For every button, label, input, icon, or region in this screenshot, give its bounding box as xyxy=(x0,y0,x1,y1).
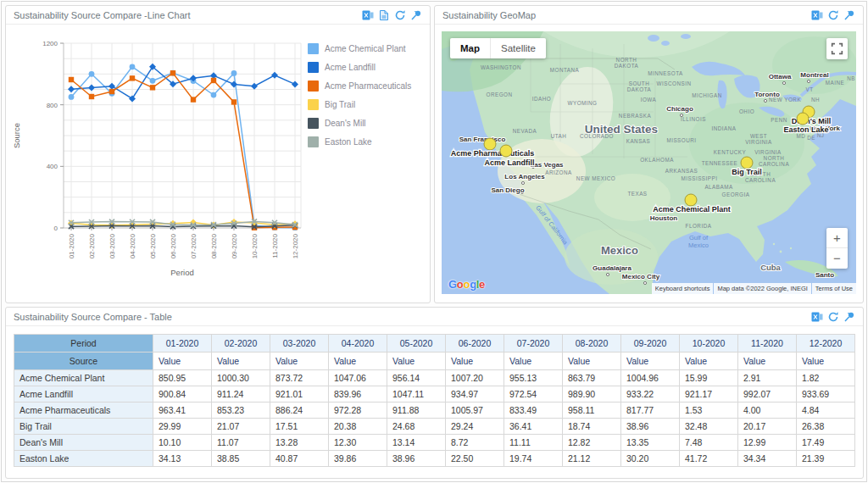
pin-icon[interactable] xyxy=(843,9,855,21)
value-cell: 863.79 xyxy=(563,370,621,386)
panel-header: Sustainability Source Compare -Line Char… xyxy=(6,6,430,25)
value-cell: 1.53 xyxy=(680,402,738,419)
city-dot xyxy=(782,81,785,84)
value-cell: 12.99 xyxy=(738,435,797,451)
export-pdf-icon[interactable] xyxy=(378,9,390,21)
legend-item[interactable]: Dean's Mill xyxy=(308,118,423,129)
table-row: Dean's Mill10.1011.0713.2812.3013.148.72… xyxy=(14,435,855,451)
value-cell: 8.72 xyxy=(446,435,504,451)
country-label: Mexico xyxy=(601,244,638,257)
city-label: Montreal xyxy=(800,71,828,79)
value-cell: 13.28 xyxy=(270,435,329,451)
refresh-icon[interactable] xyxy=(827,311,839,323)
export-excel-icon[interactable] xyxy=(811,311,823,323)
export-excel-icon[interactable] xyxy=(811,9,823,21)
google-map[interactable]: WASHINGTONMONTANANORTHDAKOTAMINNESOTAWIS… xyxy=(442,31,856,294)
value-cell: 817.77 xyxy=(621,402,680,419)
value-cell: 13.35 xyxy=(621,435,680,451)
google-logo[interactable]: Google xyxy=(448,278,485,291)
value-cell: 2.91 xyxy=(738,370,797,386)
period-column-header: 01-2020 xyxy=(153,335,212,353)
value-cell: 853.23 xyxy=(212,402,270,419)
map-marker[interactable] xyxy=(797,113,809,125)
map-marker[interactable] xyxy=(484,138,496,150)
map-data-attribution: Map data ©2022 Google, INEGI xyxy=(714,283,810,294)
keyboard-shortcuts-link[interactable]: Keyboard shortcuts xyxy=(652,283,714,294)
pin-icon[interactable] xyxy=(410,9,422,21)
refresh-icon[interactable] xyxy=(394,9,406,21)
legend-swatch xyxy=(308,136,319,147)
panel-geomap: Sustainability GeoMap xyxy=(434,5,864,303)
state-label: KENTUCKY xyxy=(714,149,747,155)
chart-area: 0400800120001-202002-202003-202004-20200… xyxy=(9,31,428,282)
value-cell: 20.38 xyxy=(329,419,387,435)
panel-toolbar xyxy=(811,311,855,323)
period-column-header: 11-2020 xyxy=(738,335,797,353)
value-header: Value xyxy=(270,353,329,370)
city-label: Chicago xyxy=(666,105,693,113)
svg-text:12-2020: 12-2020 xyxy=(292,233,299,258)
value-cell: 934.97 xyxy=(446,386,504,402)
state-label: WISCONSIN xyxy=(657,80,692,86)
legend-item[interactable]: Acme Chemical Plant xyxy=(308,43,423,54)
zoom-control: + − xyxy=(826,228,848,269)
state-label: UTAH xyxy=(551,133,567,139)
city-label: San Diego xyxy=(491,186,524,194)
state-label: NORTHDAKOTA xyxy=(615,57,639,69)
state-label: IDAHO xyxy=(532,96,551,102)
value-cell: 12.30 xyxy=(329,435,387,451)
map-marker[interactable] xyxy=(685,194,697,206)
legend-item[interactable]: Big Trail xyxy=(308,99,423,110)
value-cell: 18.74 xyxy=(563,419,621,435)
zoom-out-button[interactable]: − xyxy=(826,248,848,269)
legend-swatch xyxy=(308,43,319,54)
city-dot xyxy=(680,114,682,116)
legend-swatch xyxy=(308,62,319,73)
state-label: NB xyxy=(847,75,855,81)
value-cell: 955.13 xyxy=(504,370,563,386)
terms-of-use-link[interactable]: Terms of Use xyxy=(812,283,856,294)
state-label: MISSOURI xyxy=(666,137,696,143)
state-label: VIRGINIA xyxy=(754,149,782,155)
state-label: WASHINGTON xyxy=(481,64,521,70)
panel-toolbar xyxy=(811,9,855,21)
fullscreen-button[interactable] xyxy=(826,38,848,59)
legend-label: Easton Lake xyxy=(325,137,372,147)
value-cell: 956.14 xyxy=(387,370,446,386)
value-cell: 29.99 xyxy=(153,419,212,435)
legend-item[interactable]: Acme Landfill xyxy=(308,62,423,73)
legend-item[interactable]: Easton Lake xyxy=(308,136,423,147)
city-label: Las Vegas xyxy=(530,161,564,169)
marker-label: Acme Landfill xyxy=(484,158,534,167)
value-cell: 38.85 xyxy=(212,451,270,467)
period-column-header: 10-2020 xyxy=(680,335,738,353)
pin-icon[interactable] xyxy=(843,311,855,323)
zoom-in-button[interactable]: + xyxy=(826,228,848,248)
refresh-icon[interactable] xyxy=(827,9,839,21)
map-marker[interactable] xyxy=(500,145,512,157)
city-label: Mexico City xyxy=(622,273,660,280)
export-excel-icon[interactable] xyxy=(362,9,374,21)
value-header: Value xyxy=(797,353,855,370)
value-header: Value xyxy=(329,353,387,370)
panel-title: Sustainability GeoMap xyxy=(442,10,811,20)
state-label: KANSAS xyxy=(626,138,651,144)
map-marker[interactable] xyxy=(741,157,753,169)
state-label: WYOMING xyxy=(568,100,598,106)
state-label: MISSISSIPPI xyxy=(682,175,718,181)
value-cell: 1004.96 xyxy=(621,370,680,386)
state-label: ARIZONA xyxy=(545,169,572,175)
svg-text:01-2020: 01-2020 xyxy=(68,233,75,258)
state-label: SOUTHDAKOTA xyxy=(627,80,652,92)
svg-text:Period: Period xyxy=(170,268,193,277)
legend-swatch xyxy=(308,80,319,92)
map-type-map-button[interactable]: Map xyxy=(450,38,490,58)
map-type-satellite-button[interactable]: Satellite xyxy=(490,38,546,58)
table-row: Easton Lake34.1338.8540.8739.8638.9622.5… xyxy=(14,451,855,467)
svg-text:0: 0 xyxy=(54,225,58,232)
value-cell: 1047.06 xyxy=(329,370,387,386)
source-cell: Acme Chemical Plant xyxy=(14,370,153,386)
line-chart-svg: 0400800120001-202002-202003-202004-20200… xyxy=(9,31,308,282)
legend-item[interactable]: Acme Pharmaceuticals xyxy=(308,80,423,92)
value-cell: 1007.20 xyxy=(446,370,504,386)
